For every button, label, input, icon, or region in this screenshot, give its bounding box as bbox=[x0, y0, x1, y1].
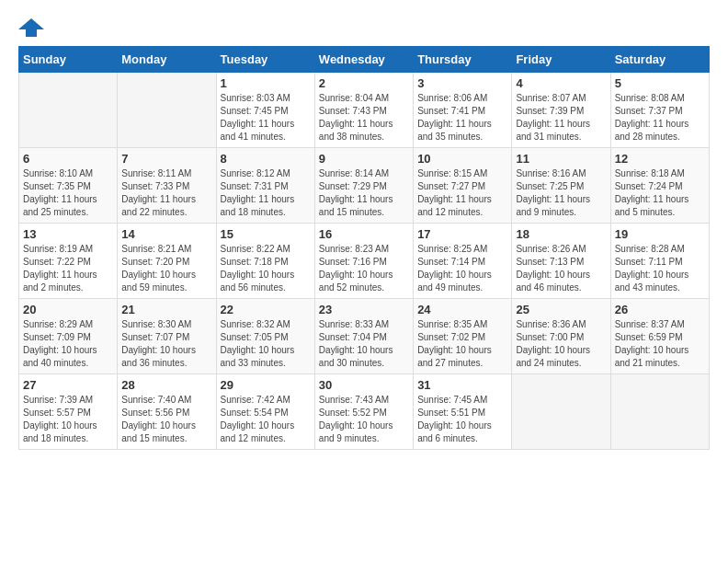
calendar-cell: 3Sunrise: 8:06 AM Sunset: 7:41 PM Daylig… bbox=[414, 73, 512, 148]
calendar-cell bbox=[19, 73, 118, 148]
weekday-header: Friday bbox=[512, 47, 610, 73]
day-info: Sunrise: 7:40 AM Sunset: 5:56 PM Dayligh… bbox=[121, 394, 211, 445]
page-header bbox=[18, 18, 710, 37]
weekday-header: Sunday bbox=[19, 47, 118, 73]
day-number: 15 bbox=[221, 227, 311, 241]
day-info: Sunrise: 8:30 AM Sunset: 7:07 PM Dayligh… bbox=[121, 318, 211, 370]
day-info: Sunrise: 8:29 AM Sunset: 7:09 PM Dayligh… bbox=[23, 318, 113, 370]
day-number: 31 bbox=[417, 378, 507, 392]
day-info: Sunrise: 8:11 AM Sunset: 7:33 PM Dayligh… bbox=[121, 167, 211, 219]
calendar-cell: 24Sunrise: 8:35 AM Sunset: 7:02 PM Dayli… bbox=[414, 299, 512, 374]
weekday-header: Thursday bbox=[414, 47, 512, 73]
calendar-cell: 6Sunrise: 8:10 AM Sunset: 7:35 PM Daylig… bbox=[19, 148, 118, 224]
day-number: 7 bbox=[121, 152, 211, 166]
calendar-cell: 19Sunrise: 8:28 AM Sunset: 7:11 PM Dayli… bbox=[610, 224, 709, 299]
calendar-cell: 29Sunrise: 7:42 AM Sunset: 5:54 PM Dayli… bbox=[216, 374, 314, 450]
logo-icon bbox=[18, 18, 44, 37]
day-info: Sunrise: 8:19 AM Sunset: 7:22 PM Dayligh… bbox=[23, 243, 113, 294]
calendar-cell: 21Sunrise: 8:30 AM Sunset: 7:07 PM Dayli… bbox=[118, 299, 216, 374]
day-info: Sunrise: 8:37 AM Sunset: 6:59 PM Dayligh… bbox=[615, 318, 705, 370]
day-number: 3 bbox=[417, 76, 507, 90]
day-number: 20 bbox=[23, 303, 113, 316]
day-info: Sunrise: 8:22 AM Sunset: 7:18 PM Dayligh… bbox=[221, 243, 311, 294]
day-number: 16 bbox=[319, 227, 409, 241]
day-number: 2 bbox=[319, 76, 409, 90]
day-info: Sunrise: 8:28 AM Sunset: 7:11 PM Dayligh… bbox=[615, 243, 705, 294]
calendar-cell: 9Sunrise: 8:14 AM Sunset: 7:29 PM Daylig… bbox=[314, 148, 413, 224]
calendar-header: SundayMondayTuesdayWednesdayThursdayFrid… bbox=[19, 47, 710, 73]
calendar-cell bbox=[610, 374, 709, 450]
weekday-header: Saturday bbox=[610, 47, 709, 73]
day-info: Sunrise: 7:45 AM Sunset: 5:51 PM Dayligh… bbox=[417, 394, 507, 445]
day-info: Sunrise: 8:18 AM Sunset: 7:24 PM Dayligh… bbox=[615, 167, 705, 219]
calendar-week-row: 20Sunrise: 8:29 AM Sunset: 7:09 PM Dayli… bbox=[19, 299, 710, 374]
calendar-cell: 8Sunrise: 8:12 AM Sunset: 7:31 PM Daylig… bbox=[216, 148, 314, 224]
calendar-cell: 14Sunrise: 8:21 AM Sunset: 7:20 PM Dayli… bbox=[118, 224, 216, 299]
day-number: 14 bbox=[121, 227, 211, 241]
calendar-cell: 2Sunrise: 8:04 AM Sunset: 7:43 PM Daylig… bbox=[314, 73, 413, 148]
day-info: Sunrise: 8:06 AM Sunset: 7:41 PM Dayligh… bbox=[417, 92, 507, 144]
day-info: Sunrise: 8:36 AM Sunset: 7:00 PM Dayligh… bbox=[516, 318, 606, 370]
day-info: Sunrise: 8:15 AM Sunset: 7:27 PM Dayligh… bbox=[417, 167, 507, 219]
day-info: Sunrise: 8:03 AM Sunset: 7:45 PM Dayligh… bbox=[221, 92, 311, 144]
weekday-header: Wednesday bbox=[314, 47, 413, 73]
calendar-cell: 31Sunrise: 7:45 AM Sunset: 5:51 PM Dayli… bbox=[414, 374, 512, 450]
day-number: 29 bbox=[221, 378, 311, 392]
day-info: Sunrise: 8:23 AM Sunset: 7:16 PM Dayligh… bbox=[319, 243, 409, 294]
calendar-cell: 26Sunrise: 8:37 AM Sunset: 6:59 PM Dayli… bbox=[610, 299, 709, 374]
weekday-header: Monday bbox=[118, 47, 216, 73]
day-info: Sunrise: 7:43 AM Sunset: 5:52 PM Dayligh… bbox=[319, 394, 409, 445]
calendar-table: SundayMondayTuesdayWednesdayThursdayFrid… bbox=[18, 46, 710, 450]
calendar-week-row: 13Sunrise: 8:19 AM Sunset: 7:22 PM Dayli… bbox=[19, 224, 710, 299]
day-info: Sunrise: 7:39 AM Sunset: 5:57 PM Dayligh… bbox=[23, 394, 113, 445]
calendar-cell: 25Sunrise: 8:36 AM Sunset: 7:00 PM Dayli… bbox=[512, 299, 610, 374]
calendar-cell: 22Sunrise: 8:32 AM Sunset: 7:05 PM Dayli… bbox=[216, 299, 314, 374]
day-info: Sunrise: 8:07 AM Sunset: 7:39 PM Dayligh… bbox=[516, 92, 606, 144]
day-number: 6 bbox=[23, 152, 113, 166]
calendar-cell: 10Sunrise: 8:15 AM Sunset: 7:27 PM Dayli… bbox=[414, 148, 512, 224]
day-number: 24 bbox=[417, 303, 507, 316]
day-number: 8 bbox=[221, 152, 311, 166]
day-info: Sunrise: 8:08 AM Sunset: 7:37 PM Dayligh… bbox=[615, 92, 705, 144]
day-number: 12 bbox=[615, 152, 705, 166]
day-number: 26 bbox=[615, 303, 705, 316]
calendar-cell: 7Sunrise: 8:11 AM Sunset: 7:33 PM Daylig… bbox=[118, 148, 216, 224]
day-info: Sunrise: 8:12 AM Sunset: 7:31 PM Dayligh… bbox=[221, 167, 311, 219]
calendar-cell: 18Sunrise: 8:26 AM Sunset: 7:13 PM Dayli… bbox=[512, 224, 610, 299]
day-info: Sunrise: 8:25 AM Sunset: 7:14 PM Dayligh… bbox=[417, 243, 507, 294]
day-info: Sunrise: 8:35 AM Sunset: 7:02 PM Dayligh… bbox=[417, 318, 507, 370]
calendar-cell: 20Sunrise: 8:29 AM Sunset: 7:09 PM Dayli… bbox=[19, 299, 118, 374]
calendar-week-row: 6Sunrise: 8:10 AM Sunset: 7:35 PM Daylig… bbox=[19, 148, 710, 224]
day-number: 5 bbox=[615, 76, 705, 90]
day-number: 10 bbox=[417, 152, 507, 166]
svg-marker-0 bbox=[18, 18, 44, 37]
day-number: 18 bbox=[516, 227, 606, 241]
day-info: Sunrise: 7:42 AM Sunset: 5:54 PM Dayligh… bbox=[221, 394, 311, 445]
day-number: 17 bbox=[417, 227, 507, 241]
calendar-cell: 1Sunrise: 8:03 AM Sunset: 7:45 PM Daylig… bbox=[216, 73, 314, 148]
calendar-cell: 4Sunrise: 8:07 AM Sunset: 7:39 PM Daylig… bbox=[512, 73, 610, 148]
day-number: 23 bbox=[319, 303, 409, 316]
calendar-cell: 5Sunrise: 8:08 AM Sunset: 7:37 PM Daylig… bbox=[610, 73, 709, 148]
calendar-cell: 30Sunrise: 7:43 AM Sunset: 5:52 PM Dayli… bbox=[314, 374, 413, 450]
day-number: 30 bbox=[319, 378, 409, 392]
calendar-cell: 27Sunrise: 7:39 AM Sunset: 5:57 PM Dayli… bbox=[19, 374, 118, 450]
day-info: Sunrise: 8:33 AM Sunset: 7:04 PM Dayligh… bbox=[319, 318, 409, 370]
logo bbox=[18, 18, 48, 37]
day-info: Sunrise: 8:21 AM Sunset: 7:20 PM Dayligh… bbox=[121, 243, 211, 294]
calendar-week-row: 27Sunrise: 7:39 AM Sunset: 5:57 PM Dayli… bbox=[19, 374, 710, 450]
day-info: Sunrise: 8:04 AM Sunset: 7:43 PM Dayligh… bbox=[319, 92, 409, 144]
day-info: Sunrise: 8:10 AM Sunset: 7:35 PM Dayligh… bbox=[23, 167, 113, 219]
day-number: 1 bbox=[221, 76, 311, 90]
calendar-cell bbox=[512, 374, 610, 450]
day-number: 9 bbox=[319, 152, 409, 166]
day-number: 27 bbox=[23, 378, 113, 392]
calendar-week-row: 1Sunrise: 8:03 AM Sunset: 7:45 PM Daylig… bbox=[19, 73, 710, 148]
day-number: 11 bbox=[516, 152, 606, 166]
day-number: 21 bbox=[121, 303, 211, 316]
day-number: 28 bbox=[121, 378, 211, 392]
day-info: Sunrise: 8:32 AM Sunset: 7:05 PM Dayligh… bbox=[221, 318, 311, 370]
calendar-cell: 15Sunrise: 8:22 AM Sunset: 7:18 PM Dayli… bbox=[216, 224, 314, 299]
day-info: Sunrise: 8:14 AM Sunset: 7:29 PM Dayligh… bbox=[319, 167, 409, 219]
day-number: 13 bbox=[23, 227, 113, 241]
